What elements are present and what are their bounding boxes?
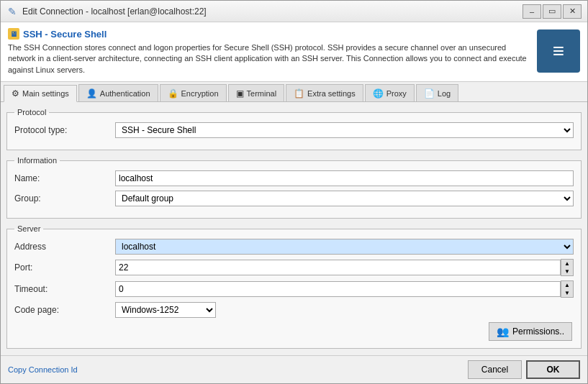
address-control: localhost	[115, 239, 574, 255]
main-settings-tab-label: Main settings	[22, 89, 69, 98]
tab-encryption[interactable]: 🔒 Encryption	[160, 84, 227, 101]
timeout-input[interactable]	[115, 281, 561, 297]
header-title: 🖥 SSH - Secure Shell	[8, 28, 530, 40]
dialog-buttons: Cancel OK	[468, 360, 580, 379]
server-section: Server Address localhost Port: ▲ ▼	[6, 224, 582, 349]
name-row: Name:	[14, 170, 574, 186]
port-control: ▲ ▼	[115, 259, 574, 276]
timeout-decrement-button[interactable]: ▼	[561, 289, 573, 297]
product-icon-glyph: ≡	[553, 40, 564, 63]
protocol-type-row: Protocol type: SSH - Secure Shell	[14, 122, 574, 138]
tab-proxy[interactable]: 🌐 Proxy	[365, 84, 415, 101]
information-section: Information Name: Group: Default group	[6, 156, 582, 219]
permissions-button[interactable]: 👥 Permissions..	[489, 322, 572, 341]
port-label: Port:	[14, 262, 115, 273]
window-title: Edit Connection - localhost [erlan@local…	[22, 6, 207, 17]
log-tab-label: Log	[438, 89, 451, 98]
permissions-row: 👥 Permissions..	[14, 322, 574, 341]
ok-button[interactable]: OK	[526, 360, 580, 379]
copy-connection-id-link[interactable]: Copy Connection Id	[8, 365, 78, 374]
title-bar-left: ✎ Edit Connection - localhost [erlan@loc…	[6, 6, 207, 17]
protocol-type-control: SSH - Secure Shell	[115, 122, 574, 138]
group-label: Group:	[14, 193, 115, 204]
timeout-row: Timeout: ▲ ▼	[14, 280, 574, 298]
protocol-section: Protocol Protocol type: SSH - Secure She…	[6, 108, 582, 150]
name-input[interactable]	[115, 170, 574, 186]
name-label: Name:	[14, 173, 115, 183]
group-row: Group: Default group	[14, 191, 574, 206]
content-area: Protocol Protocol type: SSH - Secure She…	[1, 102, 587, 355]
group-control: Default group	[115, 191, 574, 206]
restore-button[interactable]: ▭	[543, 4, 561, 19]
tabs-bar: ⚙ Main settings 👤 Authentication 🔒 Encry…	[1, 82, 587, 102]
main-settings-tab-icon: ⚙	[12, 88, 19, 99]
name-control	[115, 170, 574, 186]
information-legend: Information	[14, 156, 60, 165]
header-text: 🖥 SSH - Secure Shell The SSH Connection …	[8, 28, 530, 76]
window-icon: ✎	[6, 6, 18, 17]
terminal-tab-icon: ▣	[236, 88, 244, 99]
codepage-row: Code page: Windows-1252 UTF-8 ISO-8859-1	[14, 302, 574, 318]
permissions-icon: 👥	[497, 326, 509, 337]
address-row: Address localhost	[14, 239, 574, 255]
tab-main-settings[interactable]: ⚙ Main settings	[4, 85, 77, 102]
proxy-tab-icon: 🌐	[373, 88, 384, 99]
title-bar: ✎ Edit Connection - localhost [erlan@loc…	[1, 1, 587, 22]
timeout-spinner: ▲ ▼	[115, 280, 574, 298]
port-spinner: ▲ ▼	[115, 259, 574, 276]
product-icon: ≡	[537, 29, 580, 73]
protocol-legend: Protocol	[14, 108, 49, 116]
timeout-spinner-buttons: ▲ ▼	[561, 280, 574, 298]
port-increment-button[interactable]: ▲	[561, 260, 573, 268]
port-input[interactable]	[115, 260, 561, 275]
extra-settings-tab-label: Extra settings	[307, 89, 356, 98]
protocol-type-select[interactable]: SSH - Secure Shell	[115, 122, 574, 138]
protocol-type-label: Protocol type:	[14, 125, 115, 135]
authentication-tab-icon: 👤	[86, 88, 97, 99]
port-decrement-button[interactable]: ▼	[561, 268, 573, 275]
header-area: 🖥 SSH - Secure Shell The SSH Connection …	[1, 22, 587, 82]
tab-extra-settings[interactable]: 📋 Extra settings	[286, 84, 363, 101]
encryption-tab-icon: 🔒	[168, 88, 178, 99]
codepage-label: Code page:	[14, 305, 115, 315]
codepage-select[interactable]: Windows-1252 UTF-8 ISO-8859-1	[115, 302, 216, 318]
group-select[interactable]: Default group	[115, 191, 574, 206]
tab-log[interactable]: 📄 Log	[416, 84, 458, 101]
timeout-control: ▲ ▼	[115, 280, 574, 298]
port-row: Port: ▲ ▼	[14, 259, 574, 276]
proxy-tab-label: Proxy	[386, 89, 407, 98]
ssh-icon: 🖥	[8, 28, 19, 40]
cancel-button[interactable]: Cancel	[468, 360, 522, 379]
codepage-control: Windows-1252 UTF-8 ISO-8859-1	[115, 302, 574, 318]
server-legend: Server	[14, 224, 43, 233]
permissions-label: Permissions..	[512, 326, 564, 337]
tab-terminal[interactable]: ▣ Terminal	[228, 84, 285, 101]
close-button[interactable]: ✕	[563, 4, 582, 19]
header-title-text: SSH - Secure Shell	[23, 29, 107, 40]
bottom-bar: Copy Connection Id Cancel OK	[1, 355, 587, 383]
extra-settings-tab-icon: 📋	[294, 88, 304, 99]
port-spinner-buttons: ▲ ▼	[561, 259, 574, 276]
log-tab-icon: 📄	[424, 88, 435, 99]
title-buttons: – ▭ ✕	[523, 4, 582, 19]
encryption-tab-label: Encryption	[181, 89, 219, 98]
main-window: ✎ Edit Connection - localhost [erlan@loc…	[0, 0, 588, 384]
minimize-button[interactable]: –	[523, 4, 541, 19]
tab-authentication[interactable]: 👤 Authentication	[78, 84, 158, 101]
authentication-tab-label: Authentication	[100, 89, 150, 98]
header-description: The SSH Connection stores connect and lo…	[8, 42, 530, 76]
address-label: Address	[14, 242, 115, 252]
timeout-increment-button[interactable]: ▲	[561, 281, 573, 289]
address-select[interactable]: localhost	[115, 239, 574, 255]
timeout-label: Timeout:	[14, 284, 115, 294]
terminal-tab-label: Terminal	[247, 89, 277, 98]
